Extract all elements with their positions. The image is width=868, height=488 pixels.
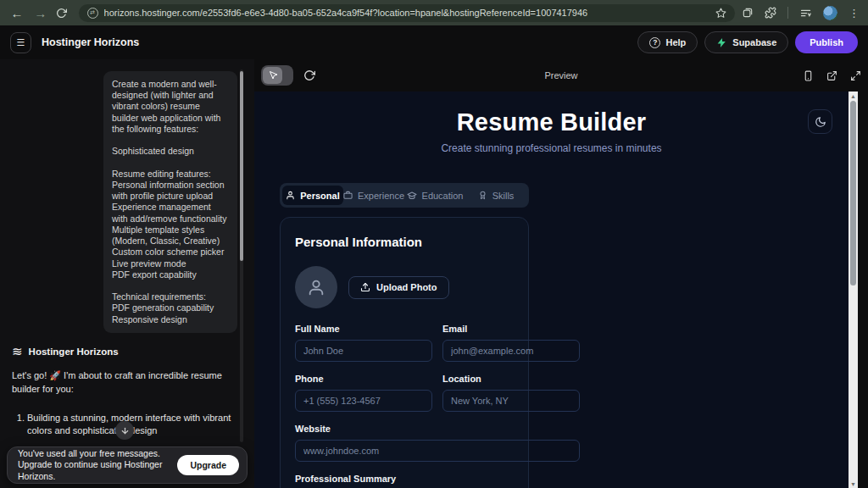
app-header: ☰ Hostinger Horizons ? Help Supabase Pub… [0, 25, 868, 59]
location-label: Location [442, 374, 580, 384]
tab-experience[interactable]: Experience [343, 186, 404, 205]
scrollbar-up-arrow[interactable]: ▲ [849, 92, 858, 100]
phone-label: Phone [295, 374, 432, 384]
fullscreen-expand-icon[interactable] [850, 70, 861, 81]
url-text: horizons.hostinger.com/e2553fd6-e6e3-4d8… [104, 8, 588, 18]
assistant-intro: Let's go! 🚀 I'm about to craft an incred… [12, 369, 239, 396]
browser-toolbar: ← → ⇄ horizons.hostinger.com/e2553fd6-e6… [0, 0, 868, 25]
email-label: Email [442, 324, 580, 334]
full-name-label: Full Name [295, 324, 432, 334]
assistant-name: Hostinger Horizons [29, 347, 119, 357]
phone-input[interactable] [295, 390, 432, 412]
user-message: Create a modern and well-designed (with … [103, 71, 237, 333]
chat-scrollbar-thumb[interactable] [240, 71, 243, 261]
supabase-button[interactable]: Supabase [704, 31, 788, 53]
reload-icon[interactable] [56, 8, 67, 19]
help-button[interactable]: ? Help [637, 31, 698, 53]
supabase-bolt-icon [716, 37, 727, 48]
back-icon[interactable]: ← [8, 7, 25, 19]
chat-scrollbar[interactable] [240, 69, 243, 442]
upload-photo-button[interactable]: Upload Photo [348, 276, 449, 299]
toolbar-divider [787, 7, 788, 19]
preview-toolbar: Preview [254, 59, 868, 92]
hamburger-menu-button[interactable]: ☰ [10, 32, 31, 53]
resume-tabs: Personal Experience Education Skills [280, 183, 529, 208]
reading-list-icon[interactable] [799, 7, 812, 19]
scrollbar-down-arrow[interactable]: ▼ [849, 480, 858, 488]
scroll-to-bottom-button[interactable] [115, 421, 134, 440]
select-cursor-icon [263, 67, 282, 84]
preview-title: Preview [544, 70, 577, 80]
address-bar[interactable]: ⇄ horizons.hostinger.com/e2553fd6-e6e3-4… [79, 4, 735, 22]
full-name-input[interactable] [295, 340, 432, 362]
tab-restore-icon[interactable] [742, 7, 754, 19]
mobile-view-icon[interactable] [803, 70, 814, 81]
upgrade-toast: You've used all your free messages. Upgr… [7, 446, 248, 484]
profile-avatar[interactable] [823, 6, 837, 20]
element-select-toggle[interactable] [261, 65, 293, 86]
app-title: Hostinger Horizons [42, 36, 139, 48]
open-external-icon[interactable] [826, 70, 837, 81]
website-label: Website [295, 424, 580, 434]
help-icon: ? [649, 37, 660, 48]
card-title: Personal Information [295, 235, 514, 249]
tab-skills[interactable]: Skills [465, 186, 526, 205]
personal-information-card: Personal Information Upload Photo Full [280, 217, 529, 488]
site-info-icon[interactable]: ⇄ [87, 8, 98, 19]
bookmark-star-icon[interactable] [715, 8, 726, 19]
browser-menu-icon[interactable]: ⋮ [849, 7, 860, 19]
location-input[interactable] [442, 390, 580, 412]
profile-photo-placeholder [295, 266, 337, 308]
upload-icon [360, 282, 370, 292]
personal-info-form: Full Name Email Phone Location [295, 324, 514, 488]
publish-button[interactable]: Publish [795, 31, 858, 53]
upgrade-button[interactable]: Upgrade [177, 455, 239, 475]
summary-label: Professional Summary [295, 474, 580, 484]
dark-mode-toggle[interactable] [808, 109, 832, 134]
resume-builder-subtitle: Create stunning professional resumes in … [254, 142, 849, 154]
chat-panel: Create a modern and well-designed (with … [0, 59, 254, 488]
preview-panel: Preview Resume Builder Create stunning p… [254, 59, 868, 488]
extensions-puzzle-icon[interactable] [765, 7, 776, 19]
tab-education[interactable]: Education [404, 186, 465, 205]
preview-viewport: Resume Builder Create stunning professio… [254, 92, 858, 488]
resume-builder-title: Resume Builder [254, 108, 849, 136]
email-input[interactable] [442, 340, 580, 362]
tab-personal[interactable]: Personal [282, 186, 343, 205]
horizons-logo-icon: ≋ [12, 344, 23, 359]
preview-scrollbar-thumb[interactable] [850, 101, 856, 286]
toast-message: You've used all your free messages. Upgr… [18, 448, 169, 483]
preview-reload-icon[interactable] [303, 69, 315, 81]
forward-icon[interactable]: → [32, 7, 49, 19]
preview-scrollbar[interactable]: ▲ ▼ [849, 92, 858, 488]
website-input[interactable] [295, 440, 580, 462]
